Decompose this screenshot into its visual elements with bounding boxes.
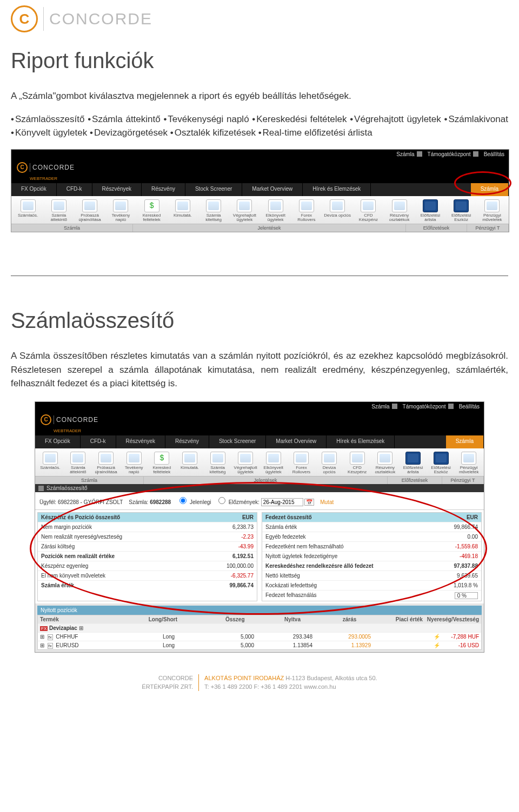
- tb2-5[interactable]: Kimutatá.: [176, 451, 204, 477]
- tb-kimutata[interactable]: Kimutatá.: [167, 198, 198, 224]
- tb2-11[interactable]: CFD Készpénz: [343, 451, 371, 477]
- tb2-12[interactable]: Részvény osztalékok: [371, 451, 400, 477]
- topbar-szamla[interactable]: Számla: [396, 151, 414, 157]
- dropdown-icon[interactable]: [417, 151, 422, 157]
- tb2-15[interactable]: Pénzügyi műveletek: [455, 451, 483, 477]
- mutat-link[interactable]: Mutat: [320, 499, 334, 505]
- calendar-icon[interactable]: 📅: [304, 499, 314, 506]
- tb-eszkoz[interactable]: Előfizetési Eszköz: [446, 198, 477, 224]
- tb2-6[interactable]: Számla kitettség: [204, 451, 232, 477]
- col-amt: Összeg: [191, 615, 247, 623]
- expand-row2-icon[interactable]: ⊞: [40, 642, 44, 648]
- brand-icon: C: [11, 5, 38, 32]
- tab-reszvenyek[interactable]: Részvények: [92, 183, 142, 196]
- tb2-13[interactable]: Előfizetési árlista: [399, 451, 427, 477]
- positions-group[interactable]: Devizapiac: [49, 625, 77, 631]
- tb2-2[interactable]: Próbaszá újraindítása: [92, 451, 120, 477]
- tab-cfd[interactable]: CFD-k: [57, 183, 92, 196]
- footer-addr-lbl: ALKOTÁS POINT IRODAHÁZ: [204, 675, 284, 681]
- section-divider: [11, 276, 508, 276]
- radio-elozmenyek[interactable]: [218, 497, 225, 504]
- section2-title: Számlaösszesítő: [11, 308, 508, 333]
- tab2-cfd[interactable]: CFD-k: [81, 435, 116, 448]
- tab-screener[interactable]: Stock Screener: [185, 183, 242, 196]
- topbar-tamogato[interactable]: Támogatóközpont: [428, 151, 471, 157]
- row0-close: 293.0005: [315, 633, 373, 641]
- lightning-icon[interactable]: ⚡: [434, 634, 440, 640]
- tab2-market[interactable]: Market Overview: [266, 435, 327, 448]
- right-col: Fedezet összesítőEUR Számla érték99,866.…: [262, 512, 482, 601]
- tb-vegrehajt[interactable]: Végrehajtott ügyletek: [229, 198, 260, 224]
- tb2-14[interactable]: Előfizetési Eszköz: [427, 451, 455, 477]
- positions-table: Termék Long/Short Összeg Nyitva zárás Pi…: [37, 615, 482, 650]
- date-input[interactable]: [261, 498, 303, 506]
- tb-rollovers[interactable]: Forex Rollovers: [291, 198, 322, 224]
- row0-open: 293.348: [256, 633, 315, 641]
- tb-szamlaos[interactable]: Számlaös.: [12, 198, 43, 224]
- tb2-1[interactable]: Számla áttekintő: [64, 451, 92, 477]
- topbar2-beallitas[interactable]: Beállítás: [459, 404, 480, 410]
- section1-bullets: Számlaösszesítő Számla áttekintő Tevéken…: [11, 112, 508, 140]
- tb2-4[interactable]: Keresked feltételek: [148, 451, 176, 477]
- tb2-8[interactable]: Elkönyvelt ügyletek: [260, 451, 288, 477]
- tb-naplo[interactable]: Tevékeny napló: [105, 198, 136, 224]
- group-elofiz: Előfizetések: [406, 224, 467, 232]
- help2-icon[interactable]: [448, 404, 454, 409]
- tb2-10[interactable]: Deviza opciós: [315, 451, 343, 477]
- radio-jelenlegi[interactable]: [179, 497, 187, 504]
- tb-deviza[interactable]: Deviza opciós: [322, 198, 353, 224]
- dropdown2-icon[interactable]: [392, 404, 397, 409]
- tab2-hirek[interactable]: Hírek és Elemzések: [327, 435, 395, 448]
- currency2-icon: fx: [48, 643, 53, 649]
- row1-open: 1.13854: [256, 641, 315, 649]
- lightning2-icon[interactable]: ⚡: [434, 642, 440, 648]
- topbar2-tamogato[interactable]: Támogatóközpont: [403, 404, 446, 410]
- footer-name: CONCORDE: [158, 675, 193, 681]
- expand-row-icon[interactable]: ⊞: [40, 634, 44, 640]
- tab-hirek[interactable]: Hírek és Elemzések: [303, 183, 371, 196]
- section2-body: A Számla összesítőben részletes kimutatá…: [11, 349, 508, 391]
- tab-fx[interactable]: FX Opciók: [11, 183, 57, 196]
- row1-ls: Long: [139, 641, 198, 649]
- tb2-0[interactable]: Számlaös.: [36, 451, 64, 477]
- tb-osztalek[interactable]: Részvény osztalékok: [384, 198, 415, 224]
- row0-amt: 5,000: [198, 633, 256, 641]
- tab2-fx[interactable]: FX Opciók: [35, 435, 81, 448]
- group2-1: Számla: [35, 477, 144, 484]
- tb-penzugyi[interactable]: Pénzügyi műveletek: [477, 198, 508, 224]
- tab2-reszvenyek[interactable]: Részvények: [116, 435, 165, 448]
- help-icon[interactable]: [473, 151, 478, 157]
- tb-proba[interactable]: Próbaszá újraindítása: [75, 198, 105, 224]
- tb2-3[interactable]: Tevékeny napló: [120, 451, 148, 477]
- tb-kitettseg[interactable]: Számla kitettség: [198, 198, 229, 224]
- row0-prod[interactable]: CHFHUF: [56, 634, 78, 640]
- expand-icon[interactable]: ⊞: [79, 625, 83, 631]
- tab2-szamla[interactable]: Számla: [446, 435, 484, 448]
- brand-logo: C CONCORDE: [11, 0, 508, 43]
- tb2-7[interactable]: Végrehajtott ügyletek: [231, 451, 260, 477]
- col-close: zárás: [303, 615, 358, 623]
- tab-szamla[interactable]: Számla: [471, 183, 509, 196]
- tab2-screener[interactable]: Stock Screener: [209, 435, 266, 448]
- tab-market[interactable]: Market Overview: [242, 183, 303, 196]
- currency-icon: fx: [48, 634, 53, 640]
- tb2-9[interactable]: Forex Rollovers: [288, 451, 316, 477]
- tb-cfdkp[interactable]: CFD Készpénz: [353, 198, 384, 224]
- col-mkt: Piaci érték: [358, 615, 424, 623]
- tab-reszveny[interactable]: Részvény: [142, 183, 185, 196]
- tb-feltetelek[interactable]: Keresked feltételek: [136, 198, 167, 224]
- tb-arlista[interactable]: Előfizetési árlista: [415, 198, 445, 224]
- filter-ugyfel-lbl: Ügyfél:: [39, 499, 56, 505]
- topbar2-szamla[interactable]: Számla: [371, 404, 389, 410]
- row1-prod[interactable]: EURUSD: [56, 642, 78, 648]
- footer-addr: H-1123 Budapest, Alkotás utca 50.: [285, 675, 377, 681]
- topbar-beallitas[interactable]: Beállítás: [484, 151, 504, 157]
- col-pl: Nyereség/Veszteség: [425, 615, 481, 623]
- group-szamla: Számla: [11, 224, 133, 232]
- filter-row: Ügyfél: 6982288 - GYŐRFI ZSOLT Számla: 6…: [35, 492, 484, 510]
- section1-intro: A „Számla"gombot kiválasztva megjelennek…: [11, 89, 508, 103]
- tb-attekinto[interactable]: Számla áttekintő: [43, 198, 74, 224]
- tb-elkonyvelt[interactable]: Elkönyvelt ügyletek: [260, 198, 291, 224]
- tab2-reszveny[interactable]: Részvény: [165, 435, 209, 448]
- row0-pl: -7,288 HUF: [442, 633, 481, 641]
